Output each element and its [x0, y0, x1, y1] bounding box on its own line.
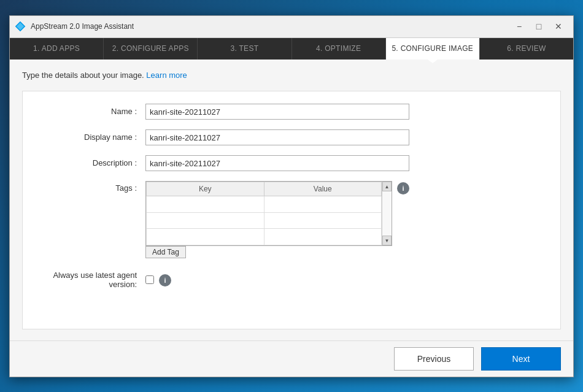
tags-scrollbar: ▲ ▼: [382, 182, 392, 245]
scroll-up-button[interactable]: ▲: [382, 182, 392, 191]
window-title: AppStream 2.0 Image Assistant: [31, 22, 509, 31]
app-icon: [15, 21, 26, 32]
name-label: Name :: [41, 104, 145, 116]
info-text-line: Type the details about your image. Learn…: [22, 71, 561, 80]
tab-review[interactable]: 6. REVIEW: [480, 38, 573, 60]
footer: Previous Next: [10, 340, 573, 377]
tags-container: Key Value: [145, 181, 409, 258]
previous-button[interactable]: Previous: [394, 347, 474, 371]
tags-table-area: Key Value: [145, 181, 409, 246]
window-controls: − □ ✕: [509, 18, 568, 35]
always-latest-label: Always use latest agent version:: [41, 271, 145, 289]
form-area: Name : Display name : Description : Tags…: [22, 91, 561, 329]
tab-add-apps[interactable]: 1. ADD APPS: [10, 38, 104, 60]
tab-optimize[interactable]: 4. OPTIMIZE: [292, 38, 386, 60]
tab-test[interactable]: 3. TEST: [198, 38, 292, 60]
display-name-row: Display name :: [41, 129, 542, 145]
always-latest-checkbox[interactable]: [145, 275, 154, 284]
tags-empty-row: [147, 212, 382, 229]
description-row: Description :: [41, 155, 542, 171]
display-name-label: Display name :: [41, 129, 145, 142]
display-name-input[interactable]: [145, 129, 409, 145]
key-column-header: Key: [147, 182, 264, 196]
title-bar: AppStream 2.0 Image Assistant − □ ✕: [10, 16, 573, 38]
tags-label: Tags :: [41, 181, 145, 193]
add-tag-button[interactable]: Add Tag: [145, 246, 186, 258]
learn-more-link[interactable]: Learn more: [146, 71, 187, 80]
maximize-button[interactable]: □: [529, 18, 549, 35]
tags-empty-row: [147, 229, 382, 245]
close-button[interactable]: ✕: [549, 18, 568, 35]
description-label: Description :: [41, 155, 145, 167]
value-column-header: Value: [264, 182, 382, 196]
name-input[interactable]: [145, 104, 409, 120]
tags-body: [147, 196, 382, 245]
scroll-down-button[interactable]: ▼: [382, 236, 392, 245]
name-row: Name :: [41, 104, 542, 120]
next-button[interactable]: Next: [481, 347, 561, 371]
always-latest-row: Always use latest agent version: i: [41, 271, 542, 289]
tags-table-wrapper: Key Value: [145, 181, 392, 246]
main-window: AppStream 2.0 Image Assistant − □ ✕ 1. A…: [9, 15, 574, 377]
always-latest-info-icon: i: [159, 274, 171, 286]
tags-empty-row: [147, 196, 382, 213]
tab-configure-image[interactable]: 5. CONFIGURE IMAGE: [386, 38, 480, 60]
scroll-track: [382, 191, 392, 236]
tags-row: Tags : Key Value: [41, 181, 542, 258]
svg-marker-1: [17, 23, 24, 30]
description-input[interactable]: [145, 155, 409, 171]
minimize-button[interactable]: −: [509, 18, 529, 35]
tab-configure-apps[interactable]: 2. CONFIGURE APPS: [104, 38, 198, 60]
tags-info-icon: i: [397, 182, 409, 194]
tab-bar: 1. ADD APPS 2. CONFIGURE APPS 3. TEST 4.…: [10, 38, 573, 60]
tags-table: Key Value: [146, 182, 382, 245]
content-area: Type the details about your image. Learn…: [10, 60, 573, 340]
